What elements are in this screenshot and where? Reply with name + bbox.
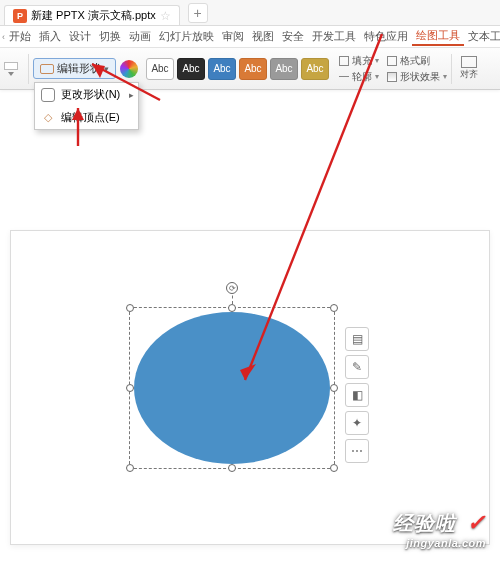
menu-slideshow[interactable]: 幻灯片放映 bbox=[155, 29, 218, 44]
effects-tool[interactable]: ✦ bbox=[345, 411, 369, 435]
shape-effect-label: 形状效果 bbox=[400, 70, 440, 84]
more-tool[interactable]: ⋯ bbox=[345, 439, 369, 463]
menu-drawing-tools[interactable]: 绘图工具 bbox=[412, 28, 464, 46]
watermark-brand: 经验啦 bbox=[393, 512, 456, 534]
menu-features[interactable]: 特色应用 bbox=[360, 29, 412, 44]
change-shape-icon bbox=[41, 88, 55, 102]
textbox-dropdown[interactable] bbox=[4, 62, 18, 76]
edit-vertices-label: 编辑顶点(E) bbox=[61, 110, 120, 125]
resize-handle-n[interactable] bbox=[228, 304, 236, 312]
menu-review[interactable]: 审阅 bbox=[218, 29, 248, 44]
edit-shape-label: 编辑形状 bbox=[57, 61, 101, 76]
align-label: 对齐 bbox=[460, 68, 478, 81]
resize-handle-s[interactable] bbox=[228, 464, 236, 472]
menu-start[interactable]: 开始 bbox=[5, 29, 35, 44]
menu-devtools[interactable]: 开发工具 bbox=[308, 29, 360, 44]
menu-transition[interactable]: 切换 bbox=[95, 29, 125, 44]
watermark-url: jingyanla.com bbox=[393, 537, 486, 549]
outline-label: 轮廓 bbox=[352, 70, 372, 84]
resize-handle-se[interactable] bbox=[330, 464, 338, 472]
align-button[interactable]: 对齐 bbox=[460, 56, 478, 81]
resize-handle-ne[interactable] bbox=[330, 304, 338, 312]
add-tab-button[interactable]: + bbox=[188, 3, 208, 23]
resize-handle-w[interactable] bbox=[126, 384, 134, 392]
check-icon: ✓ bbox=[467, 510, 486, 535]
change-shape-label: 更改形状(N) bbox=[61, 87, 120, 102]
style-wheel-icon[interactable] bbox=[120, 60, 138, 78]
chevron-down-icon: ▾ bbox=[104, 64, 109, 74]
pen-tool[interactable]: ✎ bbox=[345, 355, 369, 379]
ellipse-shape[interactable] bbox=[134, 312, 330, 464]
fill-tool[interactable]: ◧ bbox=[345, 383, 369, 407]
dropdown-edit-vertices[interactable]: ◇ 编辑顶点(E) bbox=[35, 106, 138, 129]
menu-bar: ‹ 开始 插入 设计 切换 动画 幻灯片放映 审阅 视图 安全 开发工具 特色应… bbox=[0, 26, 500, 48]
style-swatch-orange[interactable]: Abc bbox=[239, 58, 267, 80]
watermark: 经验啦 ✓ jingyanla.com bbox=[393, 510, 486, 549]
align-icon bbox=[461, 56, 477, 68]
menu-animation[interactable]: 动画 bbox=[125, 29, 155, 44]
floating-toolbar: ▤ ✎ ◧ ✦ ⋯ bbox=[345, 327, 369, 463]
style-swatch-white[interactable]: Abc bbox=[146, 58, 174, 80]
separator bbox=[451, 54, 452, 84]
menu-insert[interactable]: 插入 bbox=[35, 29, 65, 44]
edit-shape-dropdown: 更改形状(N) ▸ ◇ 编辑顶点(E) bbox=[34, 82, 139, 130]
format-painter-button[interactable]: 格式刷 bbox=[387, 54, 430, 68]
dropdown-change-shape[interactable]: 更改形状(N) ▸ bbox=[35, 83, 138, 106]
document-tab-row: 新建 PPTX 演示文稿.pptx ☆ + bbox=[0, 0, 500, 26]
menu-text-tools[interactable]: 文本工具 bbox=[464, 29, 500, 44]
format-painter-label: 格式刷 bbox=[400, 54, 430, 68]
outline-button[interactable]: 轮廓▾ bbox=[339, 70, 379, 84]
document-tab[interactable]: 新建 PPTX 演示文稿.pptx ☆ bbox=[4, 5, 180, 25]
chevron-down-icon bbox=[8, 72, 14, 76]
menu-design[interactable]: 设计 bbox=[65, 29, 95, 44]
resize-handle-sw[interactable] bbox=[126, 464, 134, 472]
fill-button[interactable]: 填充▾ bbox=[339, 54, 379, 68]
style-swatch-gray[interactable]: Abc bbox=[270, 58, 298, 80]
fill-label: 填充 bbox=[352, 54, 372, 68]
fill-icon bbox=[339, 56, 349, 66]
ribbon-toolbar: 编辑形状 ▾ 更改形状(N) ▸ ◇ 编辑顶点(E) Abc Abc Abc A… bbox=[0, 48, 500, 90]
style-swatch-olive[interactable]: Abc bbox=[301, 58, 329, 80]
format-buttons: 填充▾ 格式刷 轮廓▾ 形状效果▾ bbox=[339, 54, 447, 84]
edit-shape-icon bbox=[40, 64, 54, 74]
ppt-icon bbox=[13, 9, 27, 23]
resize-handle-e[interactable] bbox=[330, 384, 338, 392]
shape-selection[interactable]: ⟳ bbox=[129, 307, 335, 469]
resize-handle-nw[interactable] bbox=[126, 304, 134, 312]
menu-security[interactable]: 安全 bbox=[278, 29, 308, 44]
layer-tool[interactable]: ▤ bbox=[345, 327, 369, 351]
style-swatch-blue[interactable]: Abc bbox=[208, 58, 236, 80]
shape-style-gallery: Abc Abc Abc Abc Abc Abc bbox=[146, 58, 329, 80]
separator bbox=[28, 54, 29, 84]
format-painter-icon bbox=[387, 56, 397, 66]
outline-icon bbox=[339, 76, 349, 77]
favorite-icon[interactable]: ☆ bbox=[160, 9, 171, 23]
document-tab-title: 新建 PPTX 演示文稿.pptx bbox=[31, 8, 156, 23]
rotation-handle[interactable]: ⟳ bbox=[226, 282, 238, 294]
textbox-icon bbox=[4, 62, 18, 70]
effect-icon bbox=[387, 72, 397, 82]
style-swatch-black[interactable]: Abc bbox=[177, 58, 205, 80]
menu-view[interactable]: 视图 bbox=[248, 29, 278, 44]
slide-canvas[interactable]: ⟳ ▤ ✎ ◧ ✦ ⋯ bbox=[10, 230, 490, 545]
edit-shape-button[interactable]: 编辑形状 ▾ bbox=[33, 58, 116, 79]
shape-effect-button[interactable]: 形状效果▾ bbox=[387, 70, 447, 84]
chevron-right-icon: ▸ bbox=[129, 90, 134, 100]
edit-vertices-icon: ◇ bbox=[41, 111, 55, 125]
